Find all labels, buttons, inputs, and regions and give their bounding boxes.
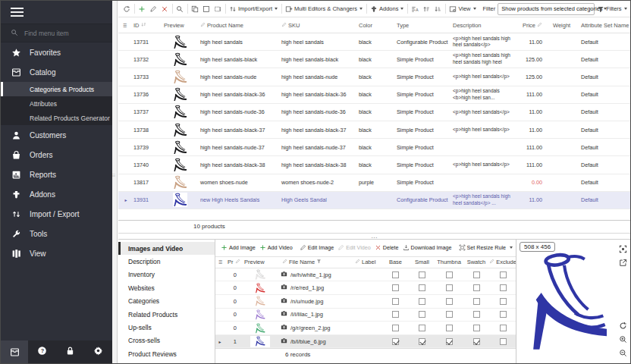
sidebar-item-categories-products[interactable]: Categories & Products	[1, 82, 112, 96]
checkbox-unchecked[interactable]	[419, 311, 425, 318]
addons-button[interactable]: Addons	[370, 5, 403, 13]
checkbox-checked[interactable]	[446, 338, 453, 345]
add-image-button[interactable]: Add Image	[221, 244, 256, 251]
table-row[interactable]: 13736 high heel sandals-black-36high hee…	[118, 86, 631, 104]
table-row[interactable]: 13738 high heel sandals-black-37high hee…	[118, 121, 631, 139]
sidebar-item-import-export[interactable]: Import / Export	[1, 204, 112, 224]
tab-up-sells[interactable]: Up-sells	[118, 321, 215, 334]
table-row[interactable]: 13739 high heel sandals-nude-37high heel…	[118, 139, 631, 156]
checkbox-unchecked[interactable]	[392, 298, 399, 305]
table-row[interactable]: ▸13931 new High Heels SandalsHigh Geels …	[118, 192, 631, 209]
checkbox-unchecked[interactable]	[473, 325, 480, 331]
checkbox-unchecked[interactable]	[419, 284, 425, 291]
tab-cross-sells[interactable]: Cross-sells	[118, 334, 215, 347]
sortup-button[interactable]	[422, 5, 430, 13]
fullscreen-icon[interactable]	[619, 243, 627, 256]
rotate-icon[interactable]	[619, 319, 627, 333]
download-image-button[interactable]: Download Image	[403, 244, 452, 251]
close-button[interactable]	[161, 5, 168, 13]
column-header-base[interactable]: Base	[382, 259, 409, 265]
table-row[interactable]: 13737 high heel sandals-nude-36high heel…	[118, 104, 631, 121]
checkbox-unchecked[interactable]	[500, 311, 507, 318]
image-row[interactable]: 0 /g/r/green_2.jpg	[215, 322, 516, 335]
tab-related-products[interactable]: Related Products	[118, 308, 215, 321]
set-resize-rule-button[interactable]: Set Resize Rule	[459, 244, 507, 251]
tab-description[interactable]: Description	[118, 255, 215, 268]
checkbox-unchecked[interactable]	[392, 284, 399, 291]
question-icon[interactable]: ?	[37, 345, 47, 359]
checkbox-unchecked[interactable]	[446, 298, 453, 305]
image-row[interactable]: 0 /n/u/nude.jpg	[215, 295, 516, 309]
sortdown-button[interactable]	[434, 5, 441, 13]
checkbox-unchecked[interactable]	[392, 311, 399, 318]
checkbox-checked[interactable]	[473, 338, 480, 345]
edit-video-button[interactable]: Edit Video	[337, 244, 371, 251]
column-header-weight[interactable]: Weight	[548, 22, 576, 29]
sidebar-search-input[interactable]: Find menu item	[1, 24, 112, 42]
search-button[interactable]	[176, 5, 184, 13]
checkbox-unchecked[interactable]	[446, 284, 453, 291]
column-header-swatch[interactable]: Swatch	[463, 259, 490, 265]
checkbox-unchecked[interactable]	[419, 298, 425, 305]
catalog-bottom-icon[interactable]	[1, 340, 28, 363]
sidebar-item-orders[interactable]: Orders	[1, 145, 112, 165]
panel-splitter-horizontal[interactable]: …	[118, 234, 631, 239]
edit-image-button[interactable]: Edit Image	[300, 244, 334, 251]
cells-button[interactable]	[214, 5, 221, 13]
checkbox-unchecked[interactable]	[446, 311, 453, 318]
panel-splitter-vertical[interactable]: ⁝⁝	[112, 1, 118, 363]
checkbox-checked[interactable]	[392, 338, 399, 345]
sidebar-item-addons[interactable]: Addons	[1, 184, 112, 204]
column-header-id[interactable]: ID	[129, 22, 159, 29]
sidebar-item-customers[interactable]: Customers	[1, 125, 112, 145]
refresh-button[interactable]	[123, 5, 130, 13]
column-header-color[interactable]: Color	[354, 22, 392, 29]
checkbox-unchecked[interactable]	[500, 325, 507, 331]
column-header-type[interactable]: Type	[392, 22, 448, 29]
column-header-description[interactable]: Description	[448, 22, 513, 29]
column-header-small[interactable]: Small	[409, 259, 435, 265]
checkbox-unchecked[interactable]	[500, 298, 507, 305]
sortA-button[interactable]: A	[411, 5, 419, 13]
lock-icon[interactable]	[65, 345, 75, 359]
checkbox-button[interactable]	[202, 5, 210, 13]
column-header-pr[interactable]: Pr	[224, 259, 241, 265]
checkbox-unchecked[interactable]	[473, 311, 480, 318]
filter-select[interactable]: Show products from selected categories	[498, 3, 595, 15]
sidebar-item-tools[interactable]: Tools	[1, 224, 112, 243]
sidebar-item-favorites[interactable]: Favorites	[1, 42, 112, 62]
column-header-product-name[interactable]: Product Name	[196, 22, 277, 29]
multi-editors-changers-button[interactable]: Multi Editors & Changers	[285, 5, 363, 13]
delete-button[interactable]: Delete	[375, 244, 399, 251]
tab-websites[interactable]: Websites	[118, 281, 215, 294]
plus-button[interactable]	[138, 5, 146, 13]
tab-images-and-video[interactable]: Images and Video	[118, 242, 215, 255]
column-header-sku[interactable]: SKU	[277, 22, 354, 29]
gear-icon[interactable]	[93, 345, 103, 359]
sidebar-item-catalog[interactable]: Catalog	[1, 62, 112, 82]
checkbox-unchecked[interactable]	[419, 325, 425, 331]
checkbox-unchecked[interactable]	[473, 298, 480, 305]
checkbox-unchecked[interactable]	[419, 271, 425, 278]
column-header-label[interactable]: Label	[352, 259, 382, 265]
checkbox-unchecked[interactable]	[446, 271, 453, 278]
sidebar-item-related-products-generator[interactable]: Related Products Generator	[1, 111, 112, 125]
checkbox-unchecked[interactable]	[473, 271, 480, 278]
table-row[interactable]: 13733 high heel sandals-nudehigh heel sa…	[118, 68, 631, 86]
hamburger-menu-button[interactable]	[1, 1, 112, 24]
column-header-thumbna[interactable]: Thumbna	[435, 259, 463, 265]
checkbox-unchecked[interactable]	[500, 338, 507, 345]
filters-button[interactable]: Filters	[597, 5, 626, 13]
tab-inventory[interactable]: Inventory	[118, 268, 215, 281]
checkbox-unchecked[interactable]	[392, 271, 399, 278]
open-external-icon[interactable]	[619, 256, 627, 270]
sidebar-item-reports[interactable]: Reports	[1, 165, 112, 184]
import-export-button[interactable]: Import/Export	[229, 5, 278, 13]
table-row[interactable]: 13732 high heel sandals-blackhigh heel s…	[118, 51, 631, 68]
column-header-preview[interactable]: Preview	[241, 259, 279, 265]
column-header-attribute-set-name[interactable]: Attribute Set Name	[576, 22, 631, 29]
pencil-button[interactable]	[149, 5, 157, 13]
image-row[interactable]: 0 /w/h/white_1.jpg	[215, 268, 516, 282]
checkbox-unchecked[interactable]	[500, 271, 507, 278]
sidebar-item-attributes[interactable]: Attributes	[1, 96, 112, 111]
